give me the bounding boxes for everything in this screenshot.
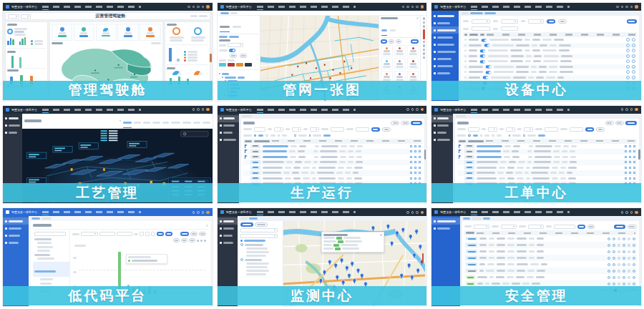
breadcrumb <box>218 11 427 16</box>
search-icon <box>406 211 409 214</box>
table-row <box>243 154 423 160</box>
table-row <box>463 59 637 64</box>
reset-button <box>587 225 595 229</box>
table-row <box>463 37 637 43</box>
tile-management-cockpit[interactable]: 智慧水务一体化平台 运营管理驾驶舱 <box>2 2 213 102</box>
table-row <box>463 75 637 81</box>
tile-label-banner[interactable]: 监测中心 <box>218 286 427 305</box>
tool-icon <box>423 17 426 20</box>
alert-scrollbar <box>422 253 424 263</box>
table-row <box>463 48 637 54</box>
top-navbar: 智慧水务一体化平台 <box>218 208 427 216</box>
table-header <box>463 32 637 37</box>
bell-icon <box>625 6 628 9</box>
tile-pipe-network-map[interactable]: 智慧水务一体化平台 <box>217 2 428 102</box>
table-row <box>243 176 423 182</box>
order-table <box>243 144 423 187</box>
avatar <box>421 211 424 215</box>
bell-icon <box>411 211 414 214</box>
table-header <box>464 230 637 235</box>
sidebar-item-active <box>218 217 238 225</box>
tab-station-active <box>240 222 253 227</box>
table-row <box>464 274 637 280</box>
table-row <box>457 176 637 182</box>
search-icon <box>192 108 195 111</box>
tile-work-order-center[interactable]: 智慧水务一体化平台 <box>431 105 642 205</box>
table-header <box>243 139 423 144</box>
tile-production-operation[interactable]: 智慧水务一体化平台 <box>217 105 428 205</box>
avatar <box>635 5 638 9</box>
search-box <box>181 131 208 137</box>
filter-row <box>464 222 637 230</box>
product-name: 智慧水务一体化平台 <box>226 210 252 214</box>
fullscreen-icon <box>630 211 633 214</box>
message-icon <box>621 6 624 9</box>
scrollbar-thumb <box>210 54 212 62</box>
chart-tooltip <box>126 254 167 264</box>
mini-donut-chart <box>7 29 13 34</box>
table-row <box>464 261 637 268</box>
tile-low-code-platform[interactable]: 智慧水务一体化平台 <box>2 207 213 307</box>
tile-safety-management[interactable]: 智慧水务一体化平台 <box>431 207 642 307</box>
search-button <box>547 19 555 24</box>
value-chip <box>336 237 342 240</box>
table-row <box>464 248 637 255</box>
kpi-icon <box>148 27 152 31</box>
tile-label-banner[interactable]: 设备中心 <box>431 81 641 100</box>
table-row <box>243 160 423 165</box>
search-button <box>577 225 585 229</box>
tile-label-banner[interactable]: 低代码平台 <box>3 286 213 305</box>
tile-label-banner[interactable]: 生产运行 <box>218 183 427 202</box>
reset-button <box>382 127 391 132</box>
logo-icon <box>434 210 438 214</box>
status-tag-green <box>466 275 475 279</box>
gauge-blue <box>172 71 181 75</box>
product-name: 智慧水务一体化平台 <box>226 5 252 9</box>
bell-icon <box>625 211 628 214</box>
top-navbar: 智慧水务一体化平台 <box>431 106 641 114</box>
breadcrumb <box>239 114 427 119</box>
bell-icon <box>197 108 200 111</box>
product-name: 智慧水务一体化平台 <box>11 210 37 214</box>
tile-label-banner[interactable]: 工艺管理 <box>3 183 213 202</box>
search-icon <box>187 6 190 9</box>
tile-monitoring-center[interactable]: 智慧水务一体化平台 <box>217 207 428 307</box>
tile-label-banner[interactable]: 管网一张图 <box>218 81 427 100</box>
station-popup <box>321 232 384 252</box>
search-icon <box>406 108 409 111</box>
nav-menu <box>471 211 570 213</box>
table-row <box>464 255 637 261</box>
nav-menu <box>471 109 570 111</box>
tile-label-banner[interactable]: 工单中心 <box>431 183 641 202</box>
kpi-row <box>52 24 161 41</box>
tile-label-banner[interactable]: 安全管理 <box>431 286 641 305</box>
nav-menu <box>42 6 141 8</box>
message-icon <box>192 6 195 9</box>
sidebar-item-active <box>431 26 459 34</box>
segment-active <box>180 232 189 236</box>
column-chart <box>7 54 46 69</box>
status-radio-row <box>243 133 423 139</box>
scrollbar-thumb <box>424 149 426 160</box>
top-navbar: 智慧水务一体化平台 <box>218 106 427 114</box>
gauge-orange <box>194 71 203 75</box>
fullscreen-icon <box>202 6 205 9</box>
sidebar-item-active <box>431 115 453 122</box>
tile-device-center[interactable]: 智慧水务一体化平台 <box>431 2 642 102</box>
tile-process-management[interactable]: 智慧水务一体化平台 <box>2 105 213 205</box>
donut-chart-blue <box>194 27 202 35</box>
bell-icon <box>411 108 414 111</box>
table-row <box>457 144 637 149</box>
fullscreen-icon <box>630 108 633 111</box>
filter-row-2 <box>463 25 637 32</box>
table-row <box>464 235 637 242</box>
bar-chart <box>19 36 26 45</box>
top-navbar: 智慧水务一体化平台 <box>3 208 213 216</box>
top-navbar: 智慧水务一体化平台 <box>218 3 427 11</box>
radio-selected <box>468 134 471 137</box>
tile-label-banner[interactable]: 管理驾驶舱 <box>3 81 213 100</box>
table-row <box>463 69 637 75</box>
scrollbar-thumb <box>638 149 640 160</box>
chart-toolbar <box>70 230 208 237</box>
export-button <box>628 225 637 229</box>
